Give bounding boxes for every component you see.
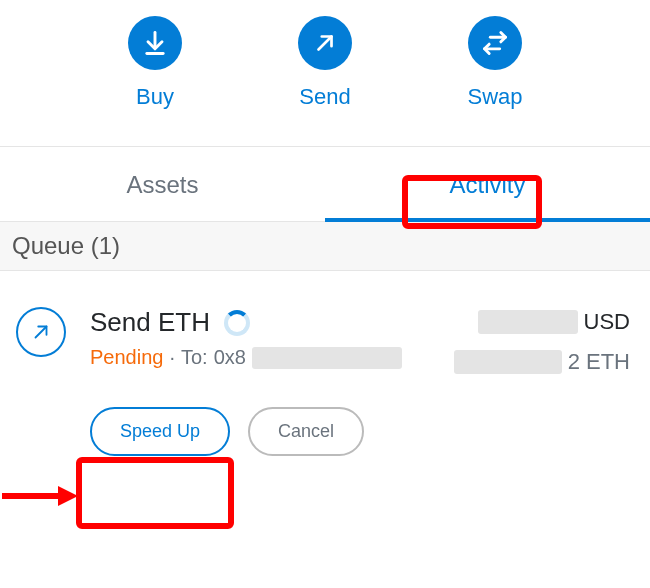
crypto-unit: 2 ETH <box>568 349 630 375</box>
transaction-amounts: USD 2 ETH <box>450 307 630 377</box>
annotation-arrow-icon <box>0 484 78 508</box>
to-label: To: <box>181 346 208 369</box>
arrow-up-right-icon <box>16 307 66 357</box>
transaction-row[interactable]: Send ETH Pending · To: 0x8 USD 2 ETH <box>0 271 650 377</box>
svg-marker-1 <box>58 486 78 506</box>
tab-bar: Assets Activity <box>0 146 650 222</box>
tab-assets[interactable]: Assets <box>0 147 325 221</box>
crypto-amount-redacted <box>454 350 562 374</box>
transaction-subline: Pending · To: 0x8 <box>90 346 450 369</box>
status-badge: Pending <box>90 346 163 369</box>
swap-label: Swap <box>467 84 522 110</box>
send-action[interactable]: Send <box>280 16 370 110</box>
fiat-amount-redacted <box>478 310 578 334</box>
fiat-unit: USD <box>584 309 630 335</box>
to-address-prefix: 0x8 <box>214 346 246 369</box>
arrow-up-right-icon <box>298 16 352 70</box>
swap-action[interactable]: Swap <box>450 16 540 110</box>
transaction-main: Send ETH Pending · To: 0x8 <box>90 307 450 369</box>
send-label: Send <box>299 84 350 110</box>
swap-icon <box>468 16 522 70</box>
transaction-actions: Speed Up Cancel <box>90 407 650 456</box>
speed-up-button[interactable]: Speed Up <box>90 407 230 456</box>
buy-label: Buy <box>136 84 174 110</box>
download-icon <box>128 16 182 70</box>
quick-actions-row: Buy Send Swap <box>0 0 650 140</box>
address-redacted <box>252 347 402 369</box>
spinner-icon <box>224 310 250 336</box>
tab-activity[interactable]: Activity <box>325 147 650 221</box>
cancel-button[interactable]: Cancel <box>248 407 364 456</box>
separator-dot: · <box>169 346 175 369</box>
annotation-highlight-speedup <box>76 457 234 529</box>
queue-header: Queue (1) <box>0 222 650 271</box>
transaction-title: Send ETH <box>90 307 210 338</box>
buy-action[interactable]: Buy <box>110 16 200 110</box>
